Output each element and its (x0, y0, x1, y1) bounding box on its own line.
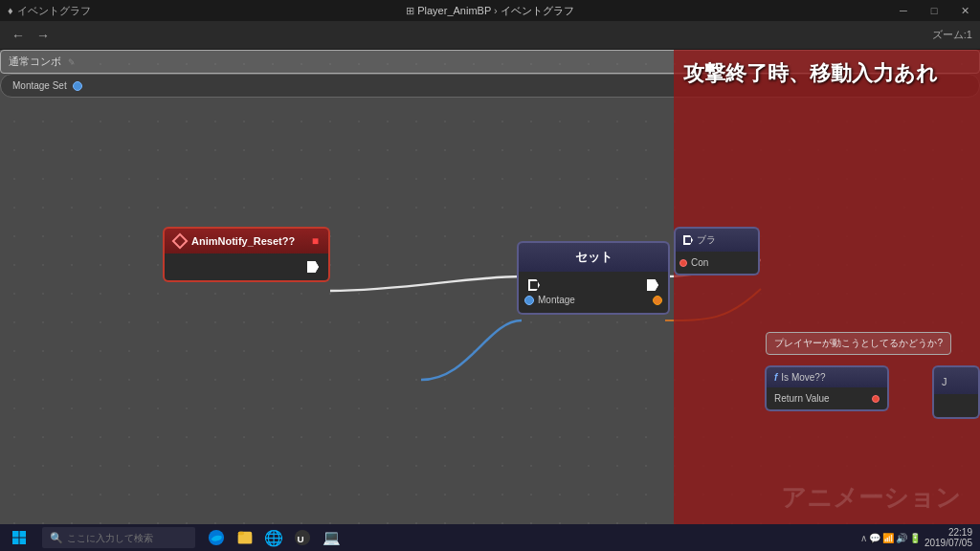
back-button[interactable]: ← (8, 25, 29, 46)
tray-sound[interactable]: 🔊 (896, 533, 907, 543)
ismove-header: f Is Move?? (765, 365, 889, 387)
search-input[interactable] (67, 533, 182, 543)
ismove-label: Is Move?? (781, 372, 825, 383)
system-tray: ∧ 💬 📶 🔊 🔋 22:19 2019/07/05 (853, 527, 980, 548)
svg-rect-1 (20, 531, 27, 538)
window-controls[interactable]: ─ □ ✕ (888, 0, 980, 21)
app-icon: ♦ (8, 5, 13, 16)
taskbar-explorer-icon[interactable] (232, 524, 258, 551)
exec-row (524, 277, 662, 293)
svg-rect-2 (12, 539, 19, 545)
con-pin[interactable] (679, 259, 687, 267)
j-node[interactable]: J (932, 365, 980, 419)
maximize-button[interactable]: □ (919, 0, 949, 21)
watermark: アニメーション (781, 481, 961, 515)
comment-icon: ✎ (68, 57, 76, 67)
app-title: イベントグラフ (17, 4, 91, 18)
red-overlay-area: 攻撃終了時、移動入力あれ ブラ Con プレイヤーが動こうとしてるかどうか? f (674, 50, 980, 524)
search-icon: 🔍 (50, 532, 63, 544)
return-label: Return Value (774, 393, 830, 404)
node-body (163, 253, 330, 282)
blueprint-canvas[interactable]: AnimNotify_Reset?? ■ セット Montage 通常コンボ ✎ (0, 50, 980, 524)
montage-set-pin[interactable] (73, 81, 82, 91)
taskbar-chrome-icon[interactable]: 🌐 (260, 524, 287, 551)
taskbar-ue4-icon[interactable]: U (289, 524, 316, 551)
con-row: Con (679, 255, 754, 270)
bla-node-body: Con (674, 252, 760, 276)
move-comment: プレイヤーが動こうとしてるかどうか? (766, 332, 951, 355)
con-label: Con (691, 257, 708, 268)
montage-set-label: Montage Set (12, 80, 67, 91)
exec-in-pin[interactable] (528, 279, 540, 291)
tray-icons: ∧ 💬 📶 🔊 🔋 (860, 533, 921, 543)
ismove-body: Return Value (765, 387, 889, 411)
set-node-body: Montage (517, 272, 670, 315)
exec-out-pin[interactable] (647, 279, 658, 291)
set-node-header: セット (517, 241, 670, 272)
bla-node-header: ブラ (674, 227, 760, 252)
edge-icon (208, 529, 225, 546)
explorer-icon (236, 529, 254, 546)
tray-battery[interactable]: 🔋 (909, 533, 921, 543)
zoom-label: ズーム:1 (932, 28, 972, 42)
j-header: J (932, 365, 980, 394)
montage-row: Montage (524, 293, 662, 307)
node-title: AnimNotify_Reset?? (191, 235, 295, 247)
taskbar: 🔍 🌐 U 💻 ∧ 💬 (0, 524, 980, 551)
bla-exec-in[interactable] (683, 235, 693, 245)
tray-network[interactable]: 📶 (882, 533, 894, 543)
svg-rect-3 (20, 539, 27, 545)
taskbar-edge-icon[interactable] (203, 524, 230, 551)
diamond-icon (172, 233, 189, 250)
windows-icon (11, 530, 27, 545)
anim-notify-node[interactable]: AnimNotify_Reset?? ■ (163, 227, 330, 282)
j-label: J (942, 376, 947, 387)
breadcrumb-path1: Player_AnimBP (417, 5, 491, 16)
return-row: Return Value (770, 391, 883, 406)
function-icon: f (774, 372, 777, 383)
forward-button[interactable]: → (33, 25, 54, 46)
toolbar: ← → ズーム:1 (0, 21, 980, 50)
taskbar-extra-icon[interactable]: 💻 (318, 524, 345, 551)
error-icon: ■ (312, 234, 319, 248)
start-button[interactable] (0, 524, 38, 551)
taskbar-search[interactable]: 🔍 (42, 527, 195, 548)
breadcrumb-path2: イベントグラフ (501, 5, 574, 16)
svg-rect-0 (12, 531, 19, 538)
combo-comment-text: 通常コンボ (9, 55, 61, 67)
breadcrumb-sep: › (494, 5, 501, 16)
svg-rect-6 (238, 535, 252, 543)
montage-out-pin[interactable] (653, 296, 662, 305)
system-time: 22:19 2019/07/05 (924, 527, 972, 548)
montage-label: Montage (538, 295, 575, 305)
bla-node[interactable]: ブラ Con (674, 227, 760, 276)
window-title: ⊞ Player_AnimBP › イベントグラフ (406, 4, 574, 18)
close-button[interactable]: ✕ (949, 0, 980, 21)
svg-text:U: U (298, 534, 304, 544)
set-node[interactable]: セット Montage (517, 241, 670, 315)
ue4-icon: U (294, 529, 311, 546)
exec-out-pin[interactable] (307, 261, 319, 273)
j-body (932, 394, 980, 419)
red-area-title: 攻撃終了時、移動入力あれ (683, 59, 980, 88)
move-comment-text: プレイヤーが動こうとしてるかどうか? (774, 338, 943, 348)
set-node-title: セット (575, 249, 612, 266)
taskbar-icons: 🌐 U 💻 (203, 524, 345, 551)
montage-in-pin[interactable] (524, 296, 534, 305)
svg-rect-7 (238, 532, 244, 536)
return-pin[interactable] (872, 395, 880, 403)
is-move-node[interactable]: f Is Move?? Return Value (765, 365, 889, 411)
title-bar: ♦ イベントグラフ ⊞ Player_AnimBP › イベントグラフ ─ □ … (0, 0, 980, 21)
bla-label: ブラ (697, 233, 716, 247)
tray-expand[interactable]: ∧ (860, 533, 867, 543)
tray-chat[interactable]: 💬 (869, 533, 880, 543)
minimize-button[interactable]: ─ (888, 0, 919, 21)
node-header: AnimNotify_Reset?? ■ (163, 227, 330, 253)
